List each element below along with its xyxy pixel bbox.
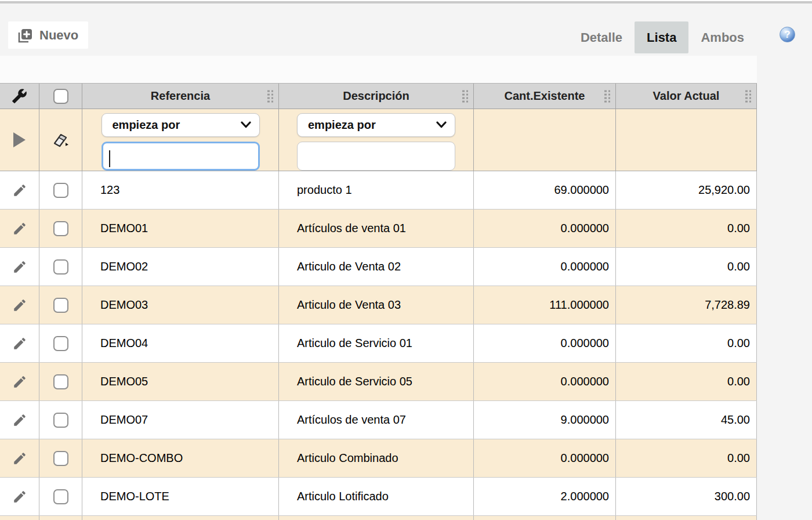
column-drag-handle-icon[interactable]	[604, 90, 610, 102]
filter-cantidad-cell	[474, 109, 616, 171]
header-select-all-cell	[39, 84, 82, 109]
cell-cantidad: 69.000000	[474, 183, 615, 197]
header-referencia[interactable]: Referencia	[82, 84, 279, 109]
filter-row: empieza por empieza por	[0, 109, 757, 171]
pencil-icon[interactable]	[12, 336, 27, 351]
filter-referencia-input[interactable]	[102, 142, 260, 171]
pencil-icon[interactable]	[12, 298, 27, 313]
help-glyph: ?	[784, 29, 790, 41]
table-row: DEMO07 Artículos de venta 07 9.000000 45…	[0, 401, 757, 439]
header-descripcion-label: Descripción	[343, 89, 409, 103]
filter-descripcion-input[interactable]	[297, 142, 455, 171]
cell-cantidad: 9.000000	[474, 413, 615, 427]
header-valor[interactable]: Valor Actual	[616, 84, 757, 109]
cell-descripcion: Artículos de venta 07	[279, 413, 406, 427]
cell-descripcion: Articulo Combinado	[279, 452, 398, 465]
cell-referencia: DEMO-LOTE	[82, 490, 169, 503]
header-cantidad[interactable]: Cant.Existente	[474, 84, 616, 109]
view-ambos-button[interactable]: Ambos	[688, 21, 756, 53]
table-row: DEMO-COMBO Articulo Combinado 0.000000 0…	[0, 439, 757, 478]
column-drag-handle-icon[interactable]	[267, 90, 273, 102]
row-checkbox[interactable]	[53, 489, 68, 504]
cell-descripcion: producto 1	[279, 183, 352, 197]
select-all-checkbox[interactable]	[53, 89, 68, 104]
pencil-icon[interactable]	[12, 489, 27, 504]
chevron-down-icon	[436, 120, 447, 131]
cell-descripcion: Artículos de venta 01	[279, 222, 406, 235]
row-checkbox[interactable]	[53, 413, 68, 428]
chevron-down-icon	[241, 120, 251, 131]
pencil-icon[interactable]	[12, 451, 27, 466]
filter-descripcion-cell: empieza por	[279, 109, 474, 171]
cell-referencia: DEMO-COMBO	[82, 452, 183, 465]
wrench-icon[interactable]	[12, 88, 27, 104]
content-pane: Referencia Descripción Cant.Existente	[0, 56, 757, 520]
cell-cantidad: 0.000000	[474, 375, 615, 388]
cell-descripcion: Articulo de Servicio 05	[279, 375, 412, 388]
table-row: DEMO02 Articulo de Venta 02 0.000000 0.0…	[0, 248, 757, 286]
cell-valor: 0.00	[616, 375, 756, 388]
filter-operator-label: empieza por	[113, 118, 241, 132]
filter-referencia-cell: empieza por	[82, 109, 279, 171]
row-checkbox[interactable]	[53, 336, 68, 351]
row-checkbox[interactable]	[53, 259, 68, 275]
table-row: DEMO03 Articulo de Venta 03 111.000000 7…	[0, 286, 757, 324]
filter-valor-cell	[616, 109, 757, 171]
column-drag-handle-icon[interactable]	[462, 90, 468, 102]
pencil-icon[interactable]	[12, 413, 27, 428]
new-button-label: Nuevo	[39, 28, 78, 43]
view-switcher: Detalle Lista Ambos	[568, 21, 756, 53]
cell-valor: 0.00	[616, 222, 756, 235]
filter-referencia-operator-select[interactable]: empieza por	[102, 113, 260, 137]
header-valor-label: Valor Actual	[653, 89, 720, 103]
cell-descripcion: Articulo de Venta 03	[279, 298, 401, 312]
header-descripcion[interactable]: Descripción	[279, 84, 474, 109]
cell-valor: 0.00	[616, 452, 756, 465]
apply-filter-cell	[0, 109, 39, 171]
eraser-icon[interactable]	[51, 130, 71, 150]
cell-cantidad: 0.000000	[474, 452, 615, 465]
pencil-icon[interactable]	[12, 183, 27, 198]
table-top-gap	[0, 56, 757, 83]
cell-cantidad: 0.000000	[474, 337, 615, 350]
new-document-icon	[15, 26, 34, 45]
filter-operator-label: empieza por	[308, 118, 436, 132]
cell-referencia: DEMO02	[82, 260, 148, 273]
cell-cantidad: 111.000000	[474, 298, 615, 312]
cell-referencia: DEMO04	[82, 337, 148, 350]
row-checkbox[interactable]	[53, 374, 68, 389]
toolbar: Nuevo Detalle Lista Ambos ?	[0, 3, 812, 56]
play-triangle-icon[interactable]	[13, 132, 26, 147]
table-row-partial	[0, 516, 757, 520]
view-lista-button[interactable]: Lista	[635, 21, 688, 53]
cell-referencia: 123	[82, 183, 119, 197]
pencil-icon[interactable]	[12, 374, 27, 389]
help-icon[interactable]: ?	[780, 27, 795, 42]
cell-valor: 25,920.00	[616, 183, 756, 197]
table-header-row: Referencia Descripción Cant.Existente	[0, 83, 757, 109]
cell-descripcion: Articulo Lotificado	[279, 490, 389, 503]
cell-referencia: DEMO05	[82, 375, 148, 388]
cell-cantidad: 0.000000	[474, 222, 615, 235]
pencil-icon[interactable]	[12, 221, 27, 236]
cell-valor: 7,728.89	[616, 298, 756, 312]
row-checkbox[interactable]	[53, 221, 68, 236]
cell-referencia: DEMO07	[82, 413, 148, 427]
cell-valor: 0.00	[616, 260, 756, 273]
column-drag-handle-icon[interactable]	[745, 90, 751, 102]
view-detalle-button[interactable]: Detalle	[568, 21, 635, 53]
pencil-icon[interactable]	[12, 259, 27, 275]
table-row: DEMO05 Articulo de Servicio 05 0.000000 …	[0, 363, 757, 401]
filter-descripcion-operator-select[interactable]: empieza por	[297, 113, 455, 137]
row-checkbox[interactable]	[53, 183, 68, 198]
header-cantidad-label: Cant.Existente	[505, 89, 585, 103]
header-settings-cell	[0, 84, 39, 109]
cell-referencia: DEMO03	[82, 298, 148, 312]
table-row: 123 producto 1 69.000000 25,920.00	[0, 171, 757, 210]
cell-valor: 0.00	[616, 337, 756, 350]
cell-descripcion: Articulo de Venta 02	[279, 260, 401, 273]
new-button[interactable]: Nuevo	[8, 21, 88, 49]
table-row: DEMO-LOTE Articulo Lotificado 2.000000 3…	[0, 478, 757, 516]
row-checkbox[interactable]	[53, 298, 68, 313]
row-checkbox[interactable]	[53, 451, 68, 466]
